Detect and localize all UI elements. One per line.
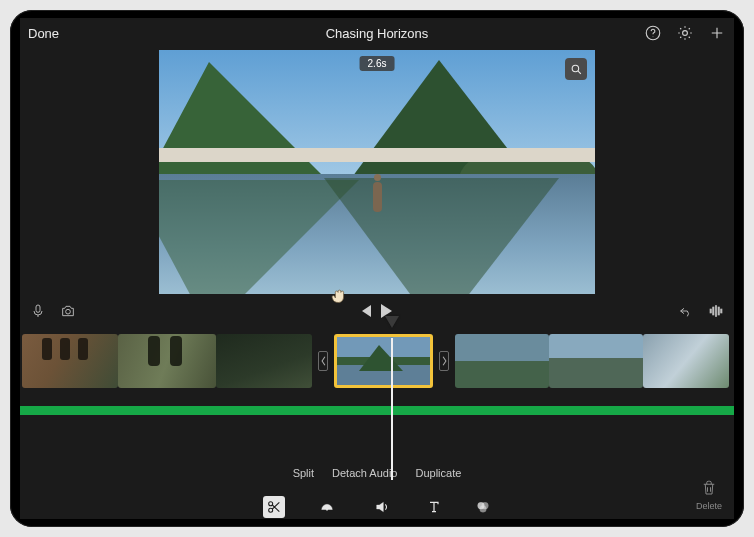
svg-point-12	[268, 508, 272, 512]
svg-rect-7	[713, 307, 714, 315]
audio-waveform-icon[interactable]	[708, 303, 724, 319]
speedometer-icon	[319, 499, 335, 515]
clip-handle-icon	[441, 355, 448, 367]
tool-tray: Actions Speed Volume Titles Filters	[20, 491, 734, 519]
audio-track[interactable]	[20, 406, 734, 415]
step-back-button[interactable]	[362, 305, 371, 317]
project-title: Chasing Horizons	[326, 26, 429, 41]
timeline[interactable]	[20, 330, 734, 392]
actions-tool[interactable]: Actions	[259, 496, 289, 520]
timeline-clip[interactable]	[22, 334, 118, 388]
transition-slot-right[interactable]	[433, 334, 455, 388]
clip-handle-icon	[320, 355, 327, 367]
transition-slot-left[interactable]	[312, 334, 334, 388]
titles-tool[interactable]: Titles	[423, 496, 445, 520]
svg-rect-6	[710, 309, 711, 313]
svg-rect-9	[718, 307, 719, 315]
svg-rect-10	[721, 309, 722, 313]
trash-icon	[700, 478, 718, 498]
clip-context-actions: Split Detach Audio Duplicate	[20, 467, 734, 487]
preview-viewport[interactable]: 2.6s	[159, 50, 595, 294]
timeline-clip[interactable]	[643, 334, 729, 388]
filters-tool[interactable]: Filters	[471, 496, 496, 520]
header-bar: Done Chasing Horizons	[20, 18, 734, 48]
timeline-clip[interactable]	[118, 334, 216, 388]
magnifier-icon	[570, 63, 583, 76]
volume-tool[interactable]: Volume	[367, 496, 397, 520]
svg-point-3	[572, 65, 579, 72]
svg-point-13	[327, 508, 329, 510]
zoom-button[interactable]	[565, 58, 587, 80]
clip-duration-badge: 2.6s	[360, 56, 395, 71]
timeline-clip[interactable]	[549, 334, 643, 388]
timeline-clip-selected[interactable]	[334, 334, 433, 388]
add-media-icon[interactable]	[708, 24, 726, 42]
scissors-icon	[266, 499, 282, 515]
timeline-clip[interactable]	[455, 334, 549, 388]
voiceover-mic-icon[interactable]	[30, 303, 46, 319]
split-action[interactable]: Split	[293, 467, 314, 487]
svg-point-2	[683, 31, 688, 36]
help-icon[interactable]	[644, 24, 662, 42]
delete-label: Delete	[696, 501, 722, 511]
preview-subject	[373, 182, 382, 212]
undo-icon[interactable]	[678, 303, 694, 319]
camera-icon[interactable]	[60, 303, 76, 319]
svg-point-1	[653, 36, 654, 37]
delete-button[interactable]: Delete	[696, 478, 722, 511]
settings-icon[interactable]	[676, 24, 694, 42]
volume-icon	[374, 499, 390, 515]
filters-icon	[475, 499, 491, 515]
speed-tool[interactable]: Speed	[314, 496, 340, 520]
svg-point-16	[479, 505, 486, 512]
detach-audio-action[interactable]: Detach Audio	[332, 467, 397, 487]
svg-point-11	[268, 501, 272, 505]
svg-point-5	[66, 309, 71, 314]
playhead-marker-icon	[385, 316, 399, 328]
playhead-line[interactable]	[391, 338, 393, 480]
text-icon	[426, 499, 442, 515]
timeline-clip[interactable]	[216, 334, 312, 388]
done-button[interactable]: Done	[28, 26, 59, 41]
svg-rect-8	[715, 306, 716, 317]
transport-bar	[20, 298, 734, 324]
duplicate-action[interactable]: Duplicate	[415, 467, 461, 487]
svg-rect-4	[36, 305, 40, 312]
